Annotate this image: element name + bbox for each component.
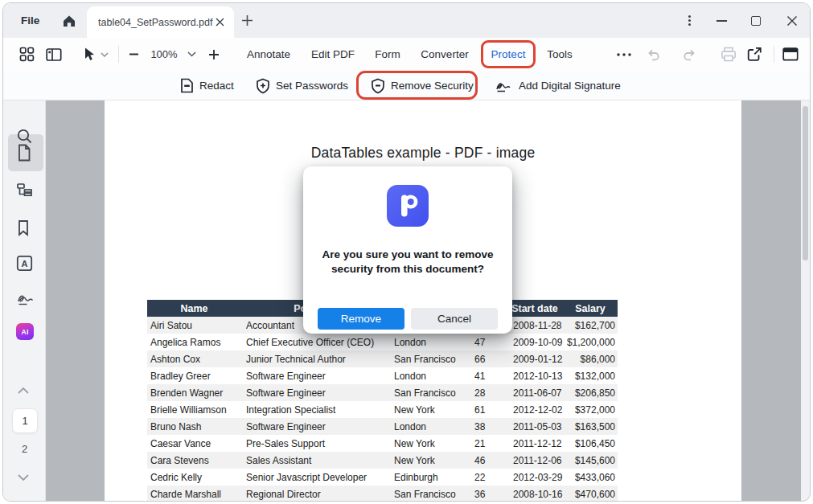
table-row: Brielle WilliamsonIntegration Specialist…: [147, 401, 618, 418]
table-cell: San Francisco: [386, 489, 469, 500]
sidebar-outline-button[interactable]: [16, 182, 34, 200]
scrollbar-thumb[interactable]: [803, 106, 808, 260]
next-page-button[interactable]: [17, 470, 33, 481]
table-cell: Brielle Williamson: [147, 404, 241, 416]
table-cell: New York: [386, 404, 469, 416]
table-row: Bradley GreerSoftware EngineerLondon4120…: [147, 367, 618, 384]
current-page-indicator[interactable]: 1: [12, 408, 38, 433]
maximize-icon: [751, 16, 761, 26]
side-panel-icon: [46, 47, 62, 62]
table-cell: 46: [469, 455, 507, 466]
select-tool-button[interactable]: [81, 38, 96, 71]
table-cell: Angelica Ramos: [147, 337, 241, 348]
table-cell: Edinburgh: [386, 472, 469, 483]
table-cell: $206,850: [563, 387, 618, 399]
table-cell: 41: [469, 371, 507, 382]
vertical-scrollbar[interactable]: [801, 100, 810, 501]
table-cell: 28: [469, 387, 507, 399]
undo-button[interactable]: [645, 38, 661, 71]
table-cell: New York: [386, 455, 469, 466]
tab-form[interactable]: Form: [375, 38, 400, 71]
more-options-icon: [617, 53, 631, 56]
tab-protect[interactable]: Protect: [491, 38, 526, 71]
sidebar-signature-button[interactable]: [16, 292, 34, 309]
minimize-button[interactable]: [709, 3, 733, 38]
pdfgear-logo: [387, 185, 429, 227]
table-cell: Charde Marshall: [147, 489, 241, 500]
add-digital-signature-button[interactable]: Add Digital Signature: [495, 71, 621, 100]
table-header-cell: Salary: [563, 300, 618, 317]
table-cell: 2008-10-16: [507, 489, 563, 500]
tab-close-button[interactable]: [213, 16, 226, 29]
redact-button[interactable]: Redact: [180, 71, 234, 100]
tab-converter[interactable]: Converter: [421, 38, 468, 71]
set-passwords-button[interactable]: Set Passwords: [256, 71, 348, 100]
remove-security-button[interactable]: Remove Security: [371, 71, 474, 100]
sidebar-thumbnails-button[interactable]: [16, 144, 34, 162]
tab-annotate[interactable]: Annotate: [247, 38, 290, 71]
table-cell: $132,000: [563, 371, 618, 382]
table-cell: Software Engineer: [241, 371, 386, 382]
reading-mode-icon: [782, 47, 799, 61]
cancel-button[interactable]: Cancel: [411, 308, 498, 330]
select-tool-dropdown[interactable]: [100, 38, 109, 71]
table-cell: 38: [469, 421, 507, 432]
table-cell: $1,200,000: [563, 337, 618, 348]
table-cell: 61: [469, 404, 507, 416]
next-page-number[interactable]: 2: [3, 443, 46, 455]
more-options-button[interactable]: [615, 38, 633, 71]
zoom-in-button[interactable]: [207, 38, 220, 71]
tab-title: table04_SetPassword.pdf: [98, 17, 213, 28]
table-cell: $145,600: [563, 455, 618, 466]
redo-button[interactable]: [681, 38, 697, 71]
print-button[interactable]: [720, 38, 737, 71]
zoom-out-button[interactable]: [127, 38, 140, 71]
table-cell: 21: [469, 438, 507, 449]
outline-icon: [16, 182, 33, 198]
add-digital-signature-label: Add Digital Signature: [519, 80, 621, 92]
sidebar-search-button[interactable]: [16, 128, 34, 145]
employee-table-body: Airi SatouAccountantTokyo332008-11-28$16…: [147, 317, 618, 502]
table-cell: New York: [386, 438, 469, 449]
previous-page-button[interactable]: [17, 383, 33, 395]
sidebar-annotations-button[interactable]: A: [16, 255, 34, 272]
table-cell: 66: [469, 354, 507, 365]
sidebar-ai-assistant-button[interactable]: AI ✦: [16, 323, 34, 340]
table-cell: Cedric Kelly: [147, 472, 241, 483]
table-cell: 2012-03-29: [507, 472, 563, 483]
table-cell: Software Engineer: [241, 421, 386, 432]
remove-button[interactable]: Remove: [318, 308, 404, 330]
more-menu-button[interactable]: [677, 3, 701, 38]
table-cell: $106,450: [563, 438, 618, 449]
side-panel-button[interactable]: [45, 38, 63, 71]
sidebar-bookmark-button[interactable]: [16, 219, 34, 237]
window-close-button[interactable]: [780, 3, 804, 38]
share-button[interactable]: [745, 38, 763, 71]
signature-icon: [16, 292, 35, 306]
tab-edit-pdf[interactable]: Edit PDF: [311, 38, 355, 71]
table-cell: Junior Technical Author: [241, 354, 386, 365]
new-tab-button[interactable]: [240, 14, 254, 27]
reading-mode-button[interactable]: [782, 38, 799, 71]
document-tab[interactable]: table04_SetPassword.pdf: [87, 6, 234, 38]
protect-toolbar: Redact Set Passwords Remove Security Add…: [3, 71, 810, 100]
table-cell: 2011-06-07: [507, 387, 563, 399]
table-row: Brenden WagnerSoftware EngineerSan Franc…: [147, 384, 618, 401]
table-cell: Bradley Greer: [147, 371, 241, 382]
zoom-level[interactable]: 100%: [148, 38, 180, 71]
set-passwords-label: Set Passwords: [276, 80, 348, 92]
tab-tools[interactable]: Tools: [547, 38, 573, 71]
file-menu[interactable]: File: [21, 3, 39, 38]
chevron-down-icon: [187, 51, 196, 57]
maximize-button[interactable]: [744, 3, 768, 38]
grid-view-button[interactable]: [18, 38, 35, 71]
remove-security-label: Remove Security: [391, 80, 474, 92]
shield-minus-icon: [371, 78, 385, 94]
kebab-icon: [688, 14, 691, 27]
table-cell: 2011-05-03: [507, 421, 563, 432]
table-cell: London: [386, 371, 469, 382]
home-button[interactable]: [61, 13, 77, 29]
table-cell: Chief Executive Officer (CEO): [241, 337, 386, 348]
table-cell: London: [386, 337, 469, 348]
zoom-dropdown[interactable]: [186, 38, 197, 71]
